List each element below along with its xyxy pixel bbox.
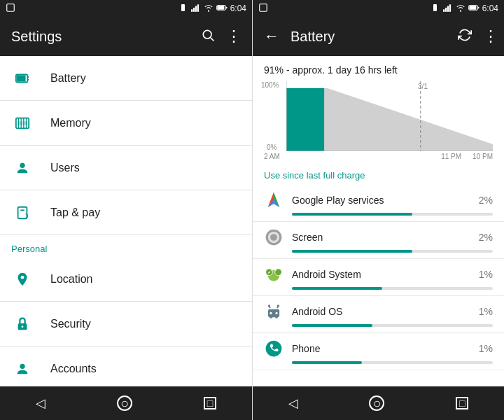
svg-point-56	[270, 312, 272, 314]
svg-rect-0	[7, 4, 15, 12]
svg-point-51	[275, 269, 282, 276]
gps-progress-fill	[292, 213, 412, 216]
svg-rect-20	[18, 121, 28, 125]
phone-pct: 1%	[479, 343, 493, 354]
status-bar-right: 6:04	[253, 0, 504, 17]
phone-progress-fill	[292, 361, 362, 364]
svg-rect-30	[443, 9, 444, 11]
time-left: 6:04	[230, 4, 246, 13]
screen-icon	[264, 227, 284, 247]
battery-title: Battery	[290, 29, 452, 45]
nav-bar-left: ◁ ○ □	[0, 386, 252, 420]
accounts-icon	[11, 358, 34, 380]
svg-point-9	[203, 30, 211, 38]
list-item-location[interactable]: Location	[0, 257, 252, 302]
gps-pct: 2%	[479, 195, 493, 206]
svg-point-57	[275, 312, 277, 314]
use-since-label: Use since last full charge	[253, 164, 504, 185]
back-button[interactable]: ←	[258, 22, 285, 51]
more-button[interactable]: ⋮	[226, 27, 241, 46]
gps-progress-bg	[292, 213, 493, 216]
more-button-right[interactable]: ⋮	[483, 27, 498, 46]
status-icon-right	[258, 3, 268, 14]
svg-point-27	[20, 363, 24, 368]
list-item-tap-pay[interactable]: Tap & pay	[0, 190, 252, 235]
svg-rect-28	[260, 4, 267, 12]
svg-rect-33	[449, 4, 450, 11]
refresh-button[interactable]	[458, 28, 472, 46]
toolbar-battery: ← Battery ⋮	[253, 17, 504, 56]
battery-icon-left	[216, 4, 227, 13]
screen-name: Screen	[292, 232, 479, 243]
nav-bar-right: ◁ ○ □	[253, 386, 504, 420]
battery-item-android-sys[interactable]: Android System 1%	[253, 259, 504, 296]
svg-point-21	[20, 162, 24, 167]
search-button[interactable]	[201, 28, 215, 46]
battery-content: 91% - approx. 1 day 16 hrs left 100% 0% …	[253, 56, 504, 386]
status-icons-left: 6:04	[180, 4, 246, 13]
screen-progress-bg	[292, 250, 493, 253]
android-sys-progress-bg	[292, 287, 493, 290]
battery-chart-svg	[286, 81, 493, 151]
battery-item-screen[interactable]: Screen 2%	[253, 222, 504, 259]
list-item-battery[interactable]: Battery	[0, 56, 252, 101]
toolbar-actions-left: ⋮	[201, 27, 241, 46]
svg-point-48	[270, 234, 277, 241]
recent-nav-right[interactable]: □	[456, 397, 468, 410]
svg-rect-5	[197, 4, 198, 11]
svg-point-26	[22, 326, 24, 328]
phone-name: Phone	[292, 343, 479, 354]
battery-label: Battery	[50, 72, 86, 85]
svg-rect-38	[286, 88, 324, 151]
battery-item-gps[interactable]: Google Play services 2%	[253, 185, 504, 222]
back-nav-left[interactable]: ◁	[36, 396, 46, 411]
memory-icon	[11, 112, 34, 134]
android-os-pct: 1%	[479, 306, 493, 317]
svg-rect-14	[17, 75, 26, 81]
settings-panel: 6:04 Settings ⋮	[0, 0, 252, 420]
wifi-icon-right	[456, 4, 465, 13]
svg-point-24	[21, 275, 24, 279]
battery-icon	[11, 67, 34, 90]
toolbar-left: Settings ⋮	[0, 17, 252, 56]
list-item-accounts[interactable]: Accounts	[0, 346, 252, 386]
list-item-security[interactable]: Security	[0, 302, 252, 346]
svg-rect-22	[18, 206, 27, 218]
svg-rect-36	[469, 6, 476, 9]
recent-nav-left[interactable]: □	[204, 397, 216, 410]
screen-progress-fill	[292, 250, 412, 253]
battery-icon-right	[468, 4, 479, 13]
sim-icon-right	[432, 4, 440, 13]
svg-rect-62	[270, 316, 272, 318]
battery-item-phone[interactable]: Phone 1%	[253, 333, 504, 370]
home-nav-left[interactable]: ○	[117, 396, 132, 411]
gps-name: Google Play services	[292, 195, 479, 206]
home-nav-right[interactable]: ○	[369, 396, 384, 411]
time-right: 6:04	[482, 4, 498, 13]
android-sys-name: Android System	[292, 269, 479, 280]
signal-icon	[191, 4, 201, 13]
chart-y-max: 100%	[261, 81, 279, 89]
svg-rect-3	[193, 8, 195, 12]
svg-rect-63	[275, 316, 277, 318]
tap-pay-label: Tap & pay	[50, 206, 100, 219]
android-os-progress-fill	[292, 324, 372, 327]
battery-item-android-os[interactable]: Android OS 1%	[253, 296, 504, 333]
chart-x-label-1: 11 PM	[441, 153, 461, 160]
memory-label: Memory	[50, 117, 91, 130]
android-sys-progress-fill	[292, 287, 382, 290]
list-item-users[interactable]: Users	[0, 146, 252, 190]
gps-icon	[264, 190, 284, 210]
back-nav-right[interactable]: ◁	[288, 396, 298, 411]
chart-x-labels: 2 AM 11 PM 10 PM	[264, 151, 493, 162]
svg-rect-7	[225, 7, 227, 9]
security-icon	[11, 313, 34, 335]
list-item-memory[interactable]: Memory	[0, 101, 252, 146]
sim-icon	[180, 4, 188, 13]
android-sys-icon	[264, 265, 284, 284]
svg-rect-35	[477, 7, 479, 9]
chart-x-label-0: 2 AM	[264, 153, 280, 160]
svg-point-61	[277, 304, 279, 307]
chart-date-label: 3/1	[418, 83, 428, 90]
chart-y-min: 0%	[267, 144, 276, 151]
